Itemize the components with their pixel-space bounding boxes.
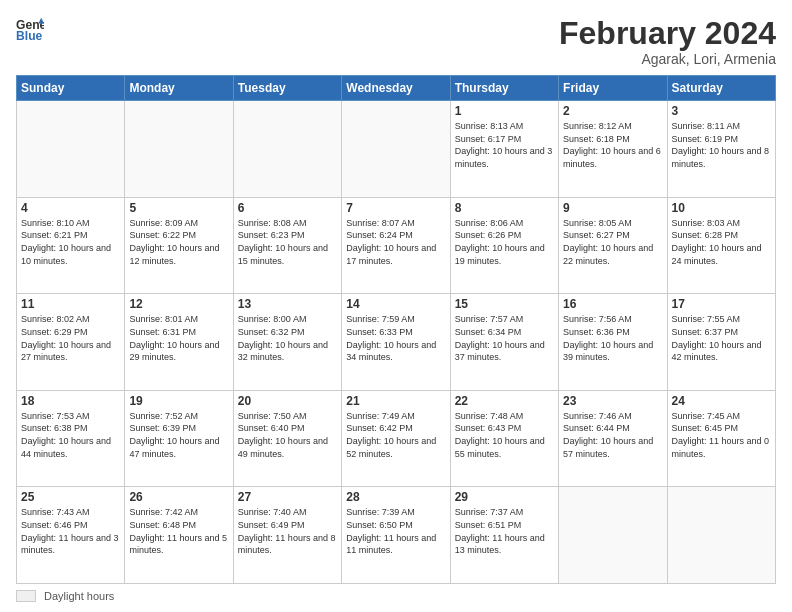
day-number: 9 — [563, 201, 662, 215]
calendar-cell — [233, 101, 341, 198]
calendar-cell: 14Sunrise: 7:59 AM Sunset: 6:33 PM Dayli… — [342, 294, 450, 391]
day-number: 26 — [129, 490, 228, 504]
day-number: 22 — [455, 394, 554, 408]
day-header: Friday — [559, 76, 667, 101]
day-info: Sunrise: 7:42 AM Sunset: 6:48 PM Dayligh… — [129, 506, 228, 556]
day-info: Sunrise: 8:03 AM Sunset: 6:28 PM Dayligh… — [672, 217, 771, 267]
day-info: Sunrise: 8:08 AM Sunset: 6:23 PM Dayligh… — [238, 217, 337, 267]
calendar-cell: 13Sunrise: 8:00 AM Sunset: 6:32 PM Dayli… — [233, 294, 341, 391]
day-header: Saturday — [667, 76, 775, 101]
day-number: 12 — [129, 297, 228, 311]
day-info: Sunrise: 7:46 AM Sunset: 6:44 PM Dayligh… — [563, 410, 662, 460]
logo: General Blue — [16, 16, 44, 44]
day-number: 29 — [455, 490, 554, 504]
day-info: Sunrise: 8:13 AM Sunset: 6:17 PM Dayligh… — [455, 120, 554, 170]
header: General Blue February 2024 Agarak, Lori,… — [16, 16, 776, 67]
day-info: Sunrise: 7:45 AM Sunset: 6:45 PM Dayligh… — [672, 410, 771, 460]
day-number: 19 — [129, 394, 228, 408]
day-info: Sunrise: 8:10 AM Sunset: 6:21 PM Dayligh… — [21, 217, 120, 267]
calendar-cell: 21Sunrise: 7:49 AM Sunset: 6:42 PM Dayli… — [342, 390, 450, 487]
day-number: 16 — [563, 297, 662, 311]
calendar-cell — [342, 101, 450, 198]
calendar-cell: 4Sunrise: 8:10 AM Sunset: 6:21 PM Daylig… — [17, 197, 125, 294]
day-number: 25 — [21, 490, 120, 504]
week-row: 4Sunrise: 8:10 AM Sunset: 6:21 PM Daylig… — [17, 197, 776, 294]
day-info: Sunrise: 7:48 AM Sunset: 6:43 PM Dayligh… — [455, 410, 554, 460]
day-info: Sunrise: 7:55 AM Sunset: 6:37 PM Dayligh… — [672, 313, 771, 363]
day-info: Sunrise: 8:05 AM Sunset: 6:27 PM Dayligh… — [563, 217, 662, 267]
week-row: 1Sunrise: 8:13 AM Sunset: 6:17 PM Daylig… — [17, 101, 776, 198]
calendar-cell: 26Sunrise: 7:42 AM Sunset: 6:48 PM Dayli… — [125, 487, 233, 584]
calendar-cell: 25Sunrise: 7:43 AM Sunset: 6:46 PM Dayli… — [17, 487, 125, 584]
day-info: Sunrise: 7:37 AM Sunset: 6:51 PM Dayligh… — [455, 506, 554, 556]
day-number: 20 — [238, 394, 337, 408]
day-info: Sunrise: 8:11 AM Sunset: 6:19 PM Dayligh… — [672, 120, 771, 170]
calendar-cell: 19Sunrise: 7:52 AM Sunset: 6:39 PM Dayli… — [125, 390, 233, 487]
calendar-cell — [667, 487, 775, 584]
day-number: 15 — [455, 297, 554, 311]
title-block: February 2024 Agarak, Lori, Armenia — [559, 16, 776, 67]
day-number: 7 — [346, 201, 445, 215]
calendar-cell: 23Sunrise: 7:46 AM Sunset: 6:44 PM Dayli… — [559, 390, 667, 487]
day-info: Sunrise: 8:12 AM Sunset: 6:18 PM Dayligh… — [563, 120, 662, 170]
day-number: 10 — [672, 201, 771, 215]
calendar-cell: 20Sunrise: 7:50 AM Sunset: 6:40 PM Dayli… — [233, 390, 341, 487]
calendar-cell: 10Sunrise: 8:03 AM Sunset: 6:28 PM Dayli… — [667, 197, 775, 294]
day-info: Sunrise: 8:01 AM Sunset: 6:31 PM Dayligh… — [129, 313, 228, 363]
day-number: 28 — [346, 490, 445, 504]
week-row: 11Sunrise: 8:02 AM Sunset: 6:29 PM Dayli… — [17, 294, 776, 391]
legend-label: Daylight hours — [44, 590, 114, 602]
calendar-cell: 22Sunrise: 7:48 AM Sunset: 6:43 PM Dayli… — [450, 390, 558, 487]
calendar-cell: 15Sunrise: 7:57 AM Sunset: 6:34 PM Dayli… — [450, 294, 558, 391]
calendar-cell: 7Sunrise: 8:07 AM Sunset: 6:24 PM Daylig… — [342, 197, 450, 294]
day-number: 8 — [455, 201, 554, 215]
day-info: Sunrise: 7:53 AM Sunset: 6:38 PM Dayligh… — [21, 410, 120, 460]
day-number: 14 — [346, 297, 445, 311]
calendar-cell: 5Sunrise: 8:09 AM Sunset: 6:22 PM Daylig… — [125, 197, 233, 294]
week-row: 25Sunrise: 7:43 AM Sunset: 6:46 PM Dayli… — [17, 487, 776, 584]
day-info: Sunrise: 7:57 AM Sunset: 6:34 PM Dayligh… — [455, 313, 554, 363]
calendar-cell — [559, 487, 667, 584]
page: General Blue February 2024 Agarak, Lori,… — [0, 0, 792, 612]
day-number: 4 — [21, 201, 120, 215]
day-number: 5 — [129, 201, 228, 215]
day-header: Wednesday — [342, 76, 450, 101]
day-info: Sunrise: 7:59 AM Sunset: 6:33 PM Dayligh… — [346, 313, 445, 363]
day-number: 2 — [563, 104, 662, 118]
day-info: Sunrise: 7:39 AM Sunset: 6:50 PM Dayligh… — [346, 506, 445, 556]
day-number: 1 — [455, 104, 554, 118]
location-subtitle: Agarak, Lori, Armenia — [559, 51, 776, 67]
day-header: Sunday — [17, 76, 125, 101]
logo-icon: General Blue — [16, 16, 44, 44]
calendar-cell: 6Sunrise: 8:08 AM Sunset: 6:23 PM Daylig… — [233, 197, 341, 294]
day-info: Sunrise: 7:50 AM Sunset: 6:40 PM Dayligh… — [238, 410, 337, 460]
month-title: February 2024 — [559, 16, 776, 51]
day-info: Sunrise: 7:49 AM Sunset: 6:42 PM Dayligh… — [346, 410, 445, 460]
svg-text:Blue: Blue — [16, 29, 43, 43]
day-header: Tuesday — [233, 76, 341, 101]
calendar-cell: 24Sunrise: 7:45 AM Sunset: 6:45 PM Dayli… — [667, 390, 775, 487]
day-info: Sunrise: 8:02 AM Sunset: 6:29 PM Dayligh… — [21, 313, 120, 363]
day-info: Sunrise: 8:06 AM Sunset: 6:26 PM Dayligh… — [455, 217, 554, 267]
day-info: Sunrise: 8:07 AM Sunset: 6:24 PM Dayligh… — [346, 217, 445, 267]
day-info: Sunrise: 7:52 AM Sunset: 6:39 PM Dayligh… — [129, 410, 228, 460]
calendar-cell — [125, 101, 233, 198]
calendar-cell: 1Sunrise: 8:13 AM Sunset: 6:17 PM Daylig… — [450, 101, 558, 198]
day-number: 24 — [672, 394, 771, 408]
day-number: 11 — [21, 297, 120, 311]
calendar-cell: 9Sunrise: 8:05 AM Sunset: 6:27 PM Daylig… — [559, 197, 667, 294]
calendar-cell: 11Sunrise: 8:02 AM Sunset: 6:29 PM Dayli… — [17, 294, 125, 391]
legend: Daylight hours — [16, 590, 776, 602]
day-number: 21 — [346, 394, 445, 408]
day-number: 3 — [672, 104, 771, 118]
day-info: Sunrise: 7:56 AM Sunset: 6:36 PM Dayligh… — [563, 313, 662, 363]
day-number: 13 — [238, 297, 337, 311]
calendar-cell: 17Sunrise: 7:55 AM Sunset: 6:37 PM Dayli… — [667, 294, 775, 391]
header-row: SundayMondayTuesdayWednesdayThursdayFrid… — [17, 76, 776, 101]
calendar-table: SundayMondayTuesdayWednesdayThursdayFrid… — [16, 75, 776, 584]
calendar-cell: 3Sunrise: 8:11 AM Sunset: 6:19 PM Daylig… — [667, 101, 775, 198]
legend-box — [16, 590, 36, 602]
calendar-cell: 8Sunrise: 8:06 AM Sunset: 6:26 PM Daylig… — [450, 197, 558, 294]
day-header: Thursday — [450, 76, 558, 101]
day-number: 18 — [21, 394, 120, 408]
